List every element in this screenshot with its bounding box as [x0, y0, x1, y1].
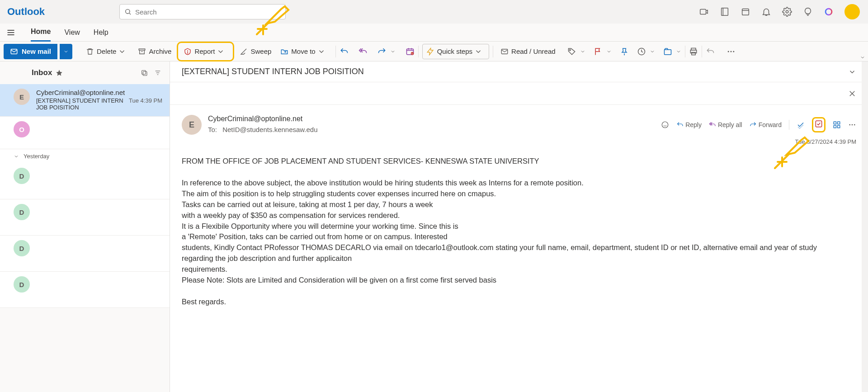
svg-rect-30 [143, 71, 147, 76]
svg-point-20 [569, 49, 571, 51]
sweep-label: Sweep [250, 47, 271, 55]
separator [702, 46, 702, 57]
select-icon[interactable] [141, 69, 148, 76]
close-icon[interactable] [848, 90, 856, 98]
archive-button[interactable]: Archive [134, 44, 175, 59]
new-mail-button[interactable]: New mail [4, 44, 57, 59]
pin-icon[interactable] [620, 47, 629, 56]
reply-all-label: Reply all [718, 121, 742, 128]
chevron-down-icon [676, 49, 681, 54]
separator [418, 46, 419, 57]
tab-help[interactable]: Help [94, 24, 108, 42]
svg-point-36 [662, 122, 668, 128]
title-bar: Outlook [0, 0, 868, 24]
svg-rect-25 [691, 52, 695, 55]
svg-point-16 [188, 52, 188, 53]
move-to-folder-icon[interactable] [663, 47, 672, 56]
svg-rect-22 [664, 49, 671, 54]
forward-button[interactable]: Forward [750, 121, 782, 128]
separator [685, 46, 685, 57]
tag-icon[interactable] [567, 47, 576, 56]
filter-icon[interactable] [154, 69, 161, 76]
account-avatar[interactable] [844, 4, 860, 19]
delete-button[interactable]: Delete [82, 44, 132, 59]
undo-arrow-icon[interactable] [706, 47, 715, 56]
app-name: Outlook [7, 6, 45, 18]
message-item[interactable]: D [0, 272, 170, 308]
avatar: O [14, 121, 30, 137]
delete-label: Delete [97, 47, 116, 55]
onenote-icon[interactable] [720, 7, 730, 17]
svg-point-43 [852, 124, 853, 126]
subject-bar: [EXTERNAL] STUDENT INTERN JOB POISITION [170, 61, 868, 82]
message-item[interactable]: E CyberCriminal@optonline.net [EXTERNAL]… [0, 84, 170, 117]
header-from: CyberCriminal@optonline.net [208, 115, 318, 123]
chevron-down-icon [606, 49, 612, 54]
read-unread-button[interactable]: Read / Unread [497, 44, 559, 59]
ribbon-collapse-icon[interactable] [860, 55, 865, 60]
report-phishing-icon[interactable] [814, 119, 823, 128]
print-icon[interactable] [689, 47, 698, 56]
message-list[interactable]: E CyberCriminal@optonline.net [EXTERNAL]… [0, 84, 170, 392]
move-to-button[interactable]: Move to [277, 44, 331, 59]
search-input[interactable] [135, 8, 281, 16]
archive-label: Archive [149, 47, 171, 55]
svg-rect-29 [142, 71, 146, 75]
message-item[interactable]: O [0, 117, 170, 149]
day-icon[interactable] [741, 7, 750, 17]
quick-steps-label: Quick steps [437, 47, 472, 55]
copilot-icon[interactable] [824, 7, 834, 17]
message-item[interactable]: D [0, 199, 170, 236]
new-mail-dropdown[interactable] [60, 44, 72, 59]
separator [335, 46, 336, 57]
schedule-send-icon[interactable] [406, 47, 415, 56]
bell-icon[interactable] [761, 7, 771, 17]
react-icon[interactable] [661, 121, 669, 129]
to-label: To: [208, 126, 217, 133]
chevron-down-icon[interactable] [848, 68, 856, 76]
message-item[interactable]: D [0, 163, 170, 199]
reply-button[interactable]: Reply [676, 121, 702, 128]
more-icon[interactable] [726, 47, 736, 56]
tabs-row: Home View Help [0, 24, 868, 42]
snooze-icon[interactable] [637, 47, 646, 56]
forward-label: Forward [759, 121, 782, 128]
avatar: E [14, 89, 30, 105]
undo-icon[interactable] [340, 47, 349, 56]
header-date: Tue 8/27/2024 4:39 PM [170, 138, 868, 149]
group-yesterday[interactable]: Yesterday [0, 149, 170, 163]
report-label: Report [194, 47, 215, 55]
separator [789, 120, 789, 130]
report-button[interactable]: Report [180, 44, 231, 59]
message-list-pane: Inbox E CyberCriminal@optonline.net [EXT… [0, 61, 170, 392]
svg-rect-8 [742, 9, 749, 15]
flag-icon[interactable] [594, 47, 603, 56]
meet-now-icon[interactable] [699, 7, 709, 17]
tips-icon[interactable] [803, 7, 813, 17]
scrollbar[interactable] [862, 61, 868, 392]
nav-toggle-icon[interactable] [5, 26, 17, 39]
more-actions-icon[interactable] [848, 121, 856, 129]
message-item[interactable]: D [0, 236, 170, 272]
inbox-header: Inbox [0, 61, 170, 84]
tab-view[interactable]: View [64, 24, 80, 42]
gear-icon[interactable] [782, 7, 792, 17]
svg-rect-40 [834, 126, 836, 128]
reply-all-button[interactable]: Reply all [709, 121, 742, 128]
apps-icon[interactable] [833, 121, 841, 129]
tab-home[interactable]: Home [31, 24, 51, 42]
report-highlight: Report [177, 42, 234, 61]
reply-label: Reply [685, 121, 702, 128]
approve-icon[interactable] [797, 121, 805, 129]
new-mail-label: New mail [22, 47, 51, 55]
search-box[interactable] [119, 4, 286, 19]
chevron-down-icon [14, 154, 19, 159]
quick-steps-button[interactable]: Quick steps [422, 44, 489, 59]
reply-all-icon[interactable] [359, 47, 368, 56]
star-icon[interactable] [56, 69, 63, 76]
message-from: CyberCriminal@optonline.net [36, 89, 162, 96]
sweep-button[interactable]: Sweep [236, 44, 275, 59]
svg-rect-39 [838, 122, 840, 124]
forward-icon[interactable] [377, 47, 387, 56]
svg-point-42 [849, 124, 850, 126]
